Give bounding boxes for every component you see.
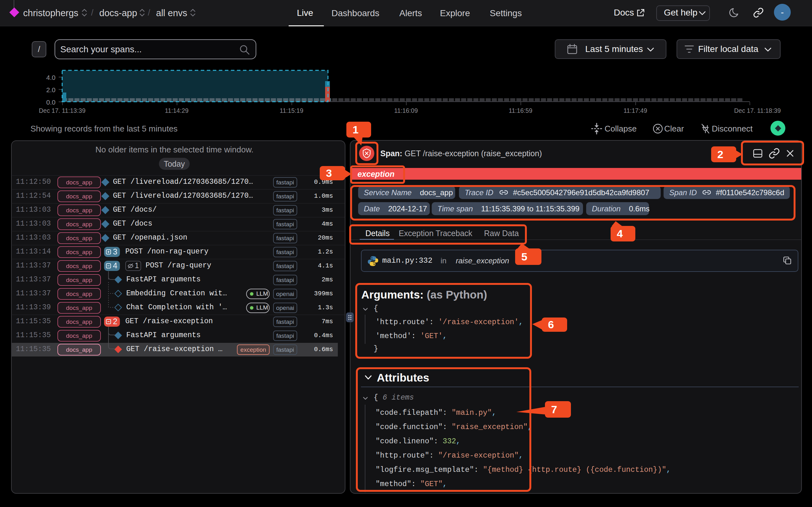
svg-text:2.0: 2.0 (46, 86, 55, 94)
svg-text:0.0: 0.0 (46, 99, 55, 106)
svg-text:11:16:09: 11:16:09 (394, 107, 418, 114)
svg-text:Dec 17. 11:18:39: Dec 17. 11:18:39 (734, 107, 780, 114)
svg-text:11:17:49: 11:17:49 (623, 107, 647, 114)
svg-text:4.0: 4.0 (46, 74, 55, 81)
svg-text:11:16:59: 11:16:59 (509, 107, 532, 114)
svg-text:11:14:29: 11:14:29 (165, 107, 189, 114)
svg-text:11:15:19: 11:15:19 (280, 107, 303, 114)
svg-text:Dec 17. 11:13:39: Dec 17. 11:13:39 (39, 107, 85, 114)
